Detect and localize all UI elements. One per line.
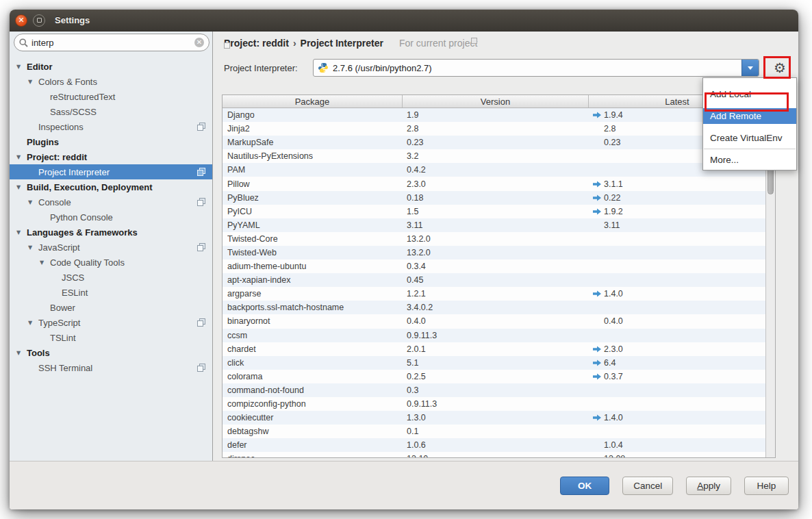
package-version-cell: 0.3.4 (403, 262, 589, 271)
package-table-row[interactable]: dirspec 13.10 13.08 (223, 452, 765, 458)
package-latest-cell: 0.3.7 (589, 372, 765, 381)
package-table-row[interactable]: Nautilus-PyExtensions 3.2 (223, 149, 765, 163)
sidebar-tree-item[interactable]: ▼ Build, Execution, Deployment (10, 179, 212, 194)
package-version-cell: 1.5 (403, 207, 589, 216)
package-table-row[interactable]: colorama 0.2.5 0.3.7 (223, 370, 765, 383)
package-table-row[interactable]: Twisted-Core 13.2.0 (223, 232, 765, 246)
settings-search[interactable]: ✕ (14, 34, 210, 51)
sidebar-tree-item[interactable]: ▼ Editor (10, 59, 212, 74)
upgrade-arrow-icon (593, 181, 601, 188)
package-table-row[interactable]: binaryornot 0.4.0 0.4.0 (223, 314, 765, 328)
package-table-row[interactable]: Pillow 2.3.0 3.1.1 (223, 177, 765, 190)
sidebar-tree-item[interactable]: ▼ Python Console (10, 210, 212, 225)
package-latest-cell: 1.4.0 (589, 289, 765, 299)
tree-expand-arrow-icon[interactable]: ▼ (16, 64, 27, 70)
close-button[interactable]: ✕ (15, 14, 27, 27)
sidebar-tree-item[interactable]: ▼ Console (10, 194, 212, 210)
sidebar-tree-item[interactable]: ▼ SSH Terminal (10, 360, 212, 375)
dialog-button[interactable]: OK (560, 477, 609, 495)
package-version-cell: 0.3 (403, 385, 589, 395)
sidebar-tree-item[interactable]: ▼ Code Quality Tools (10, 255, 212, 270)
sidebar-tree-item[interactable]: ▼ TypeScript (10, 315, 212, 330)
sidebar-tree-item[interactable]: ▼ ESLint (10, 285, 212, 300)
restore-button[interactable] (33, 14, 45, 27)
sidebar-tree-item[interactable]: ▼ Inspections (10, 119, 212, 134)
package-table-row[interactable]: defer 1.0.6 1.0.4 (223, 438, 765, 452)
gear-button[interactable]: ⚙ (771, 59, 789, 77)
sidebar-tree-item[interactable]: ▼ Plugins (10, 134, 212, 149)
sidebar-tree-item[interactable]: ▼ Project: reddit (10, 149, 212, 164)
tree-expand-arrow-icon[interactable]: ▼ (16, 184, 27, 190)
menu-item[interactable]: Add Local (703, 86, 796, 102)
tree-item-label: Editor (27, 62, 53, 72)
package-table-row[interactable]: argparse 1.2.1 1.4.0 (223, 287, 765, 301)
package-table-row[interactable]: Django 1.9 1.9.4 (223, 108, 765, 122)
menu-item[interactable]: More... (703, 152, 796, 168)
package-table-row[interactable]: cookiecutter 1.3.0 1.4.0 (223, 411, 765, 425)
latest-version-label: 3.11 (604, 220, 620, 230)
package-table-row[interactable]: compizconfig-python 0.9.11.3 (223, 397, 765, 411)
package-table-row[interactable]: MarkupSafe 0.23 0.23 (223, 136, 765, 149)
package-table-row[interactable]: chardet 2.0.1 2.3.0 (223, 342, 765, 356)
dialog-button[interactable]: Cancel (622, 477, 673, 495)
combobox-dropdown-button[interactable] (741, 60, 759, 76)
tree-expand-arrow-icon[interactable]: ▼ (16, 350, 27, 356)
package-version-cell: 0.45 (403, 275, 589, 285)
package-version-cell: 13.2.0 (403, 234, 589, 244)
package-version-cell: 0.1 (403, 427, 589, 436)
latest-version-label: 1.4.0 (604, 289, 623, 299)
tree-expand-arrow-icon[interactable]: ▼ (28, 244, 38, 251)
package-table-row[interactable]: PyICU 1.5 1.9.2 (223, 205, 765, 218)
sidebar-tree-item[interactable]: ▼ JSCS (10, 270, 212, 285)
package-latest-cell: 0.22 (589, 193, 765, 203)
package-table-row[interactable]: debtagshw 0.1 (223, 425, 765, 438)
package-table-row[interactable]: adium-theme-ubuntu 0.3.4 (223, 260, 765, 273)
column-header-version[interactable]: Version (403, 95, 589, 107)
dialog-button-label: Cancel (633, 481, 662, 491)
column-header-package[interactable]: Package (223, 95, 403, 107)
clear-search-icon[interactable]: ✕ (194, 38, 204, 47)
latest-version-label: 0.22 (604, 193, 620, 203)
package-version-cell: 0.4.2 (403, 165, 589, 175)
sidebar-tree-item[interactable]: ▼ Colors & Fonts (10, 74, 212, 89)
package-table-row[interactable]: PAM 0.4.2 (223, 163, 765, 177)
package-table-row[interactable]: apt-xapian-index 0.45 (223, 273, 765, 287)
package-table-row[interactable]: Jinja2 2.8 2.8 (223, 122, 765, 136)
package-latest-cell: 1.4.0 (589, 413, 765, 422)
interpreter-combobox[interactable]: 2.7.6 (/usr/bin/python2.7) (313, 59, 759, 77)
dialog-button[interactable]: Apply (686, 477, 731, 495)
breadcrumb-project[interactable]: Project: reddit (224, 38, 289, 49)
package-table-row[interactable]: command-not-found 0.3 (223, 383, 765, 397)
sidebar-tree-item[interactable]: ▼ Bower (10, 300, 212, 315)
tree-expand-arrow-icon[interactable]: ▼ (16, 154, 27, 160)
package-version-cell: 2.0.1 (403, 344, 589, 354)
tree-expand-arrow-icon[interactable]: ▼ (28, 79, 38, 85)
sidebar-tree-item[interactable]: ▼ Languages & Frameworks (10, 225, 212, 240)
menu-item[interactable]: Create VirtualEnv (703, 130, 796, 146)
menu-item[interactable]: Add Remote (703, 108, 796, 124)
package-version-cell: 2.3.0 (403, 179, 589, 189)
tree-expand-arrow-icon[interactable]: ▼ (40, 260, 50, 266)
package-table-row[interactable]: PyBluez 0.18 0.22 (223, 191, 765, 205)
sidebar-tree-item[interactable]: ▼ Project Interpreter (10, 164, 212, 179)
sidebar-tree-item[interactable]: ▼ TSLint (10, 330, 212, 345)
package-table-row[interactable]: Twisted-Web 13.2.0 (223, 246, 765, 260)
package-table-row[interactable]: ccsm 0.9.11.3 (223, 329, 765, 342)
sidebar-tree-item[interactable]: ▼ reStructuredText (10, 89, 212, 104)
package-latest-cell (589, 249, 765, 256)
tree-expand-arrow-icon[interactable]: ▼ (16, 229, 27, 236)
package-table-row[interactable]: click 5.1 6.4 (223, 356, 765, 370)
search-input[interactable] (31, 38, 194, 48)
python-icon (318, 62, 329, 73)
package-table-row[interactable]: backports.ssl-match-hostname 3.4.0.2 (223, 301, 765, 314)
menu-separator (704, 149, 796, 149)
sidebar-tree-item[interactable]: ▼ Sass/SCSS (10, 104, 212, 119)
project-scope-icon (197, 318, 205, 327)
tree-expand-arrow-icon[interactable]: ▼ (28, 199, 38, 205)
tree-expand-arrow-icon[interactable]: ▼ (28, 320, 38, 326)
sidebar-tree-item[interactable]: ▼ JavaScript (10, 240, 212, 255)
package-table-row[interactable]: PyYAML 3.11 3.11 (223, 218, 765, 232)
sidebar-tree-item[interactable]: ▼ Tools (10, 345, 212, 360)
dialog-button[interactable]: Help (744, 477, 789, 495)
menu-item-label: Add Remote (710, 111, 761, 121)
